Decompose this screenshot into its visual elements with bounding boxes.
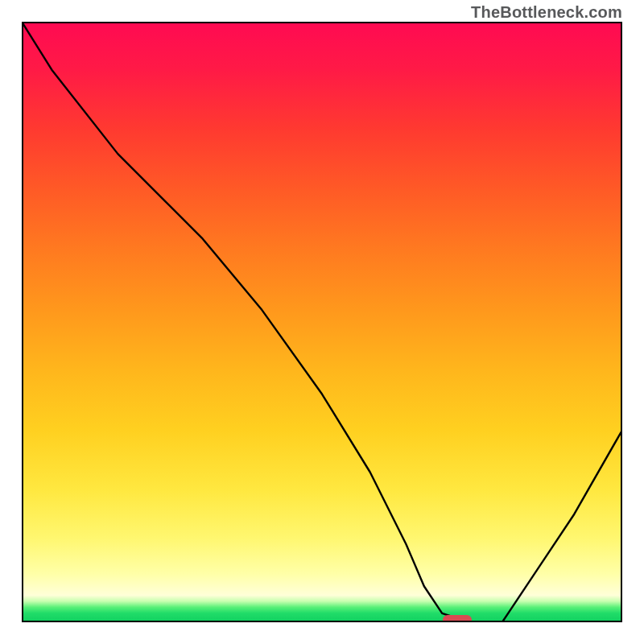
curve-layer xyxy=(22,22,622,622)
plot-area xyxy=(22,22,622,622)
bottleneck-chart: TheBottleneck.com xyxy=(0,0,644,644)
optimal-range-marker xyxy=(443,615,472,622)
bottleneck-curve-path xyxy=(22,22,622,622)
watermark-text: TheBottleneck.com xyxy=(471,3,622,22)
